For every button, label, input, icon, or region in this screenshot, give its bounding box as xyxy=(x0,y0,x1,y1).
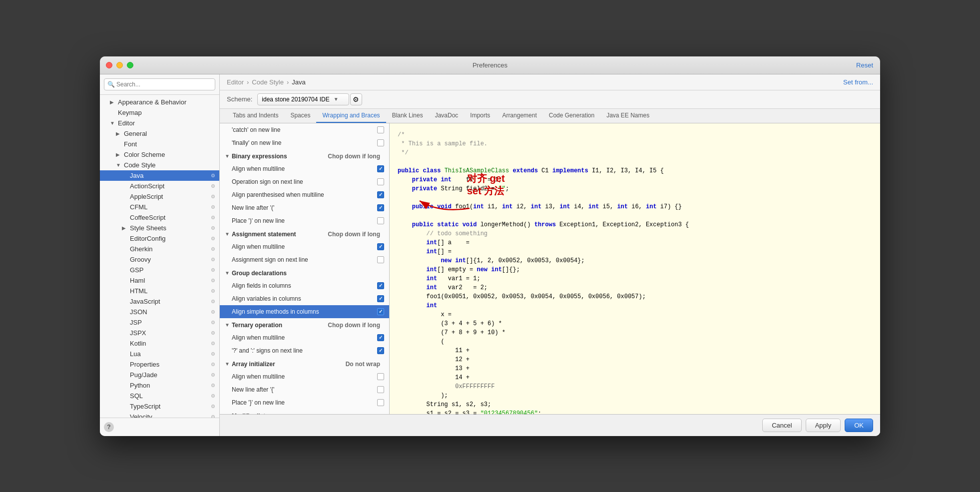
arrow-icon: ▶ xyxy=(122,225,128,231)
apply-button[interactable]: Apply xyxy=(806,419,841,432)
sidebar-item-kotlin[interactable]: Kotlin ⚙ xyxy=(100,338,219,349)
minimize-button[interactable] xyxy=(116,62,123,68)
to-align-multiline-row: Align when multiline xyxy=(220,331,389,344)
sidebar-item-groovy[interactable]: Groovy ⚙ xyxy=(100,254,219,265)
section-arrow-icon[interactable]: ▼ xyxy=(225,153,230,159)
sidebar-item-cfml[interactable]: CFML ⚙ xyxy=(100,202,219,212)
set-from-link[interactable]: Set from... xyxy=(843,78,873,86)
to-align-multiline-checkbox[interactable] xyxy=(377,334,384,341)
sidebar-item-coffeescript[interactable]: CoffeeScript ⚙ xyxy=(100,212,219,223)
tabs-bar: Tabs and Indents Spaces Wrapping and Bra… xyxy=(220,109,880,123)
ok-button[interactable]: OK xyxy=(845,419,873,432)
sidebar-item-lua[interactable]: Lua ⚙ xyxy=(100,349,219,359)
as-align-multiline-checkbox[interactable] xyxy=(377,243,384,250)
be-newline-after-checkbox[interactable] xyxy=(377,204,384,211)
code-preview: 对齐 get set 方法 /* * This is a sample file… xyxy=(390,123,880,414)
be-op-next-line-checkbox[interactable] xyxy=(377,178,384,185)
ai-newline-after-checkbox[interactable] xyxy=(377,386,384,393)
as-sign-next-line-checkbox[interactable] xyxy=(377,256,384,263)
ai-align-multiline-checkbox[interactable] xyxy=(377,373,384,380)
gd-align-vars-checkbox[interactable] xyxy=(377,295,384,302)
arrow-icon xyxy=(122,351,128,357)
arrow-icon xyxy=(122,362,128,367)
settings-icon: ⚙ xyxy=(211,362,215,367)
sidebar-item-gsp[interactable]: GSP ⚙ xyxy=(100,265,219,275)
sidebar-item-pug[interactable]: Pug/Jade ⚙ xyxy=(100,370,219,380)
be-align-paren-row: Align parenthesised when multiline xyxy=(220,188,389,201)
tab-imports[interactable]: Imports xyxy=(464,109,496,123)
binary-expressions-header: ▼ Binary expressions Chop down if long xyxy=(220,149,389,162)
be-place-new-checkbox[interactable] xyxy=(377,217,384,224)
gd-align-methods-checkbox[interactable] xyxy=(377,308,384,315)
be-align-multiline-checkbox[interactable] xyxy=(377,165,384,172)
arrow-icon xyxy=(122,246,128,252)
sidebar-item-html[interactable]: HTML ⚙ xyxy=(100,286,219,296)
group-decl-header: ▼ Group declarations xyxy=(220,266,389,279)
sidebar-item-typescript[interactable]: TypeScript ⚙ xyxy=(100,401,219,412)
reset-button[interactable]: Reset xyxy=(856,61,873,69)
ai-place-new-checkbox[interactable] xyxy=(377,399,384,406)
tab-tabs-indents[interactable]: Tabs and Indents xyxy=(227,109,284,123)
sidebar-item-applescript[interactable]: AppleScript ⚙ xyxy=(100,191,219,202)
section-arrow-icon[interactable]: ▼ xyxy=(225,322,230,328)
sidebar-item-json[interactable]: JSON ⚙ xyxy=(100,307,219,317)
sidebar-item-python[interactable]: Python ⚙ xyxy=(100,380,219,391)
dropdown-arrow-icon: ▼ xyxy=(334,96,339,102)
tab-blank-lines[interactable]: Blank Lines xyxy=(386,109,429,123)
tab-code-gen[interactable]: Code Generation xyxy=(543,109,600,123)
tab-wrapping-braces[interactable]: Wrapping and Braces xyxy=(316,109,386,123)
sidebar-item-font[interactable]: Font xyxy=(100,139,219,149)
tab-spaces[interactable]: Spaces xyxy=(284,109,316,123)
ternary-op-header: ▼ Ternary operation Chop down if long xyxy=(220,318,389,331)
sidebar-item-sql[interactable]: SQL ⚙ xyxy=(100,391,219,401)
sidebar-item-stylesheets[interactable]: ▶ Style Sheets ⚙ xyxy=(100,223,219,233)
cancel-button[interactable]: Cancel xyxy=(762,419,801,432)
search-input[interactable] xyxy=(104,78,215,90)
catch-newline-row: 'catch' on new line xyxy=(220,123,389,136)
close-button[interactable] xyxy=(106,62,112,68)
sidebar-item-code-style[interactable]: ▼ Code Style xyxy=(100,160,219,170)
section-arrow-icon[interactable]: ▼ xyxy=(225,231,230,237)
sidebar-item-editor[interactable]: ▼ Editor xyxy=(100,118,219,128)
sidebar-item-jsp[interactable]: JSP ⚙ xyxy=(100,317,219,328)
sidebar-item-haml[interactable]: Haml ⚙ xyxy=(100,275,219,286)
sidebar-item-jspx[interactable]: JSPX ⚙ xyxy=(100,328,219,338)
tab-arrangement[interactable]: Arrangement xyxy=(496,109,542,123)
sidebar-item-editorconfig[interactable]: EditorConfig ⚙ xyxy=(100,233,219,244)
settings-icon: ⚙ xyxy=(211,309,215,315)
sidebar-item-general[interactable]: ▶ General xyxy=(100,128,219,139)
settings-icon: ⚙ xyxy=(211,383,215,388)
sidebar-item-velocity[interactable]: Velocity ⚙ xyxy=(100,412,219,418)
scheme-dropdown[interactable]: idea stone 20190704 IDE ▼ xyxy=(257,93,349,105)
gd-align-methods-row: Align simple methods in columns xyxy=(220,305,389,318)
help-button[interactable]: ? xyxy=(104,422,114,432)
catch-newline-checkbox[interactable] xyxy=(377,126,384,133)
sidebar-item-java[interactable]: Java ⚙ xyxy=(100,170,219,181)
settings-icon: ⚙ xyxy=(211,320,215,325)
sidebar-item-actionscript[interactable]: ActionScript ⚙ xyxy=(100,181,219,191)
arrow-icon: ▶ xyxy=(110,99,116,105)
content-area: 'catch' on new line 'finally' on new lin… xyxy=(220,123,880,414)
sidebar-item-appearance[interactable]: ▶ Appearance & Behavior xyxy=(100,97,219,107)
gd-align-fields-checkbox[interactable] xyxy=(377,282,384,289)
section-arrow-icon[interactable]: ▼ xyxy=(225,361,230,367)
finally-newline-checkbox[interactable] xyxy=(377,139,384,146)
to-signs-next-line-checkbox[interactable] xyxy=(377,347,384,354)
tab-javadoc[interactable]: JavaDoc xyxy=(429,109,465,123)
arrow-icon xyxy=(122,288,128,294)
ai-newline-after-row: New line after '{' xyxy=(220,383,389,396)
maximize-button[interactable] xyxy=(127,62,133,68)
as-align-multiline-row: Align when multiline xyxy=(220,240,389,253)
tab-ee-names[interactable]: Java EE Names xyxy=(600,109,655,123)
settings-icon: ⚙ xyxy=(211,278,215,283)
window-title: Preferences xyxy=(473,61,507,69)
sidebar-item-keymap[interactable]: Keymap xyxy=(100,107,219,118)
section-arrow-icon[interactable]: ▼ xyxy=(225,270,230,276)
scheme-gear-button[interactable]: ⚙ xyxy=(350,93,362,105)
sidebar-item-gherkin[interactable]: Gherkin ⚙ xyxy=(100,244,219,254)
sidebar-item-properties[interactable]: Properties ⚙ xyxy=(100,359,219,370)
be-align-paren-checkbox[interactable] xyxy=(377,191,384,198)
sidebar-item-javascript[interactable]: JavaScript ⚙ xyxy=(100,296,219,307)
sidebar-item-color-scheme[interactable]: ▶ Color Scheme xyxy=(100,149,219,160)
arrow-icon xyxy=(116,141,122,147)
